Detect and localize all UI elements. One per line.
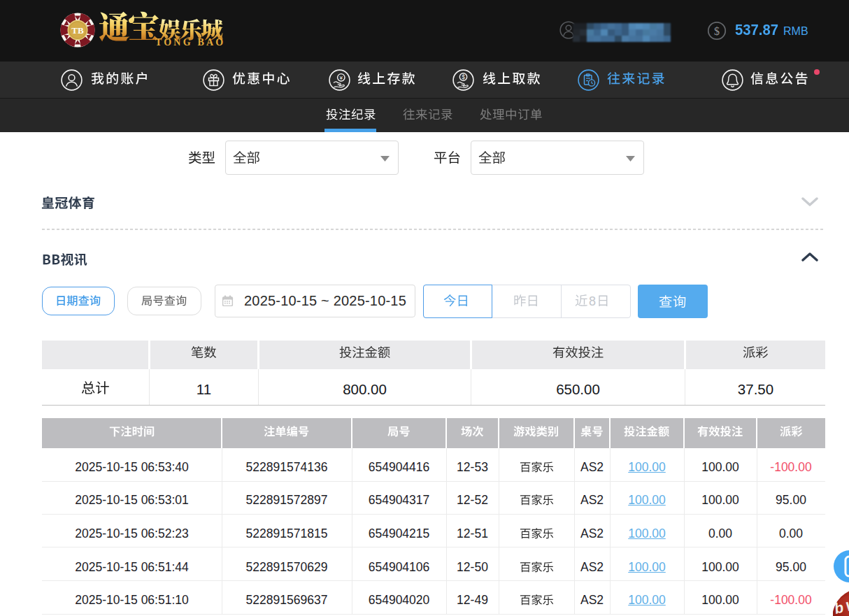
svg-text:TB: TB bbox=[71, 25, 84, 36]
svg-text:$: $ bbox=[462, 73, 465, 80]
svg-text:b∨: b∨ bbox=[833, 596, 849, 616]
svg-text:¥: ¥ bbox=[339, 75, 343, 81]
svg-text:$: $ bbox=[714, 25, 720, 37]
